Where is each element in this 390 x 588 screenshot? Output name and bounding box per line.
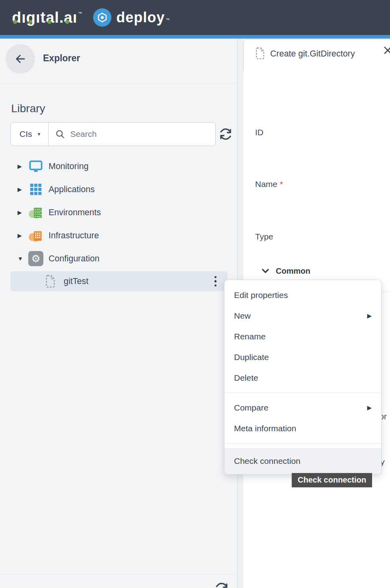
refresh-icon[interactable]	[214, 581, 229, 588]
search-icon	[55, 129, 65, 139]
ci-filter-dropdown[interactable]: CIs ▼	[11, 123, 48, 146]
context-menu-group: Check connection	[224, 448, 381, 474]
divider	[48, 123, 49, 146]
context-menu-group: Edit properties New ▶ Rename Duplicate D…	[224, 285, 381, 388]
field-label-type: Type	[255, 232, 276, 241]
tooltip: Check connection	[292, 473, 372, 487]
tree-item-label: Monitoring	[49, 162, 88, 171]
tree-item-label: Configuration	[49, 254, 99, 264]
field-label-id: ID	[255, 128, 266, 137]
tree-item-label: Environments	[49, 208, 101, 218]
section-label: Common	[276, 267, 310, 276]
arrow-left-icon	[14, 53, 26, 65]
divider	[0, 574, 237, 575]
ci-tree: ▶ Monitoring ▶ Ap	[0, 155, 237, 270]
explorer-title: Explorer	[43, 53, 80, 64]
search-box[interactable]: CIs ▼ Search	[10, 122, 216, 146]
common-section-toggle[interactable]: Common	[261, 266, 310, 276]
divider	[0, 83, 237, 84]
chevron-down-icon: ▼	[37, 132, 41, 136]
caret-right-icon[interactable]: ▶	[18, 232, 25, 239]
context-menu: Edit properties New ▶ Rename Duplicate D…	[224, 280, 382, 475]
infrastructure-cloud-icon	[28, 228, 44, 243]
app-screen: dıgıtal.aı ™ deploy ™ Explorer Library	[0, 0, 390, 588]
menu-item-compare[interactable]: Compare ▶	[224, 397, 381, 418]
menu-item-duplicate[interactable]: Duplicate	[224, 347, 381, 368]
app-header: dıgıtal.aı ™ deploy ™	[0, 0, 390, 35]
product-name: deploy	[116, 8, 165, 27]
caret-down-icon[interactable]: ▼	[18, 255, 25, 262]
tree-item-environments[interactable]: ▶ Environments	[0, 201, 237, 224]
tree-item-monitoring[interactable]: ▶ Monitoring	[0, 155, 237, 178]
required-asterisk: *	[280, 179, 283, 189]
field-label-name: Name*	[255, 179, 283, 189]
back-button[interactable]	[6, 44, 35, 74]
caret-right-icon[interactable]: ▶	[18, 186, 25, 193]
search-input[interactable]: Search	[70, 129, 97, 139]
submenu-arrow-icon: ▶	[367, 312, 372, 319]
submenu-arrow-icon: ▶	[367, 404, 372, 411]
digitalai-logo: dıgıtal.aı ™	[12, 7, 82, 28]
context-menu-group: Compare ▶ Meta information	[224, 397, 381, 439]
ci-file-icon	[44, 274, 58, 288]
product-trademark: ™	[166, 18, 170, 22]
refresh-button[interactable]	[218, 127, 234, 142]
menu-item-new[interactable]: New ▶	[224, 306, 381, 326]
configuration-gear-icon: ⚙	[28, 251, 44, 267]
menu-item-check-connection[interactable]: Check connection	[224, 448, 381, 474]
explorer-sidebar: Explorer Library CIs ▼ Search	[0, 39, 238, 588]
environments-cloud-icon	[28, 204, 44, 220]
tree-item-label: gitTest	[64, 276, 88, 286]
caret-right-icon[interactable]: ▶	[18, 209, 25, 216]
menu-item-meta-information[interactable]: Meta information	[224, 418, 381, 439]
ci-file-icon	[254, 47, 267, 60]
menu-item-delete[interactable]: Delete	[224, 368, 381, 388]
menu-item-rename[interactable]: Rename	[224, 326, 381, 347]
tree-item-applications[interactable]: ▶ Applications	[0, 178, 237, 201]
tree-item-label: Applications	[49, 185, 95, 195]
deploy-logo-icon	[93, 8, 111, 27]
tree-item-label: Infrastructure	[49, 231, 99, 241]
brand-text: dıgıtal.aı	[12, 7, 77, 28]
divider	[224, 443, 381, 444]
divider	[224, 393, 381, 393]
tree-item-gittest[interactable]: gitTest	[10, 271, 228, 291]
panel-title: Create git.GitDirectory	[270, 49, 355, 59]
caret-right-icon[interactable]: ▶	[18, 163, 25, 169]
chevron-down-icon	[261, 266, 270, 276]
monitor-icon	[28, 158, 44, 174]
applications-grid-icon	[28, 181, 44, 197]
accent-bar	[0, 35, 390, 39]
kebab-menu-icon[interactable]	[213, 275, 218, 288]
ci-filter-label: CIs	[20, 129, 32, 139]
tree-item-configuration[interactable]: ▼ ⚙ Configuration	[0, 247, 237, 270]
brand-trademark: ™	[78, 11, 82, 16]
close-icon[interactable]	[382, 45, 390, 56]
tree-item-infrastructure[interactable]: ▶ Infrastructure	[0, 224, 237, 247]
library-title: Library	[11, 102, 45, 115]
menu-item-edit-properties[interactable]: Edit properties	[224, 285, 381, 306]
